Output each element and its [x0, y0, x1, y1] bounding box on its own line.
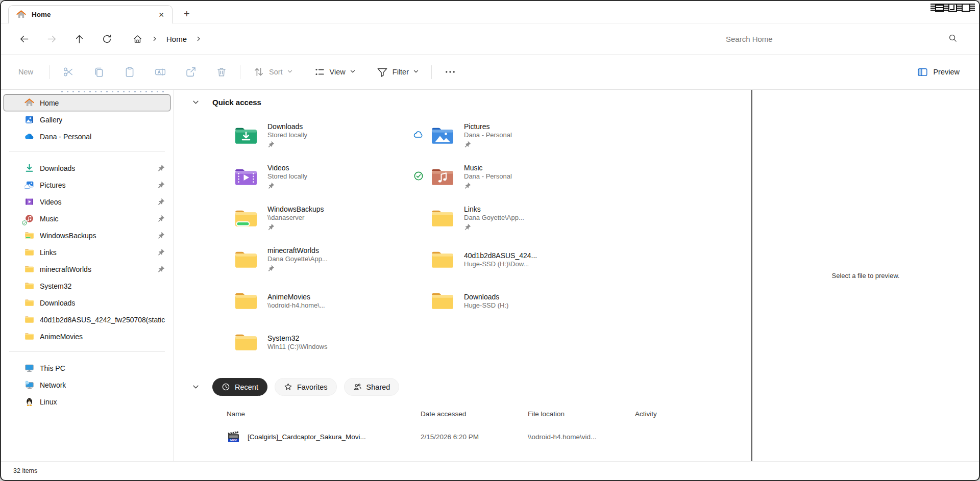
quick-access-item-videos[interactable]: VideosStored locally: [216, 164, 413, 190]
new-tab-button[interactable]: +: [184, 9, 190, 19]
refresh-button[interactable]: [101, 33, 112, 44]
breadcrumb-home-icon[interactable]: [132, 33, 143, 44]
sidebar-item-videos[interactable]: Videos: [4, 193, 170, 210]
delete-icon[interactable]: [215, 66, 228, 78]
column-header-activity[interactable]: Activity: [635, 410, 717, 418]
sidebar-item-minecraftworlds[interactable]: minecraftWorlds: [4, 261, 170, 277]
sidebar-item-gallery[interactable]: Gallery: [4, 111, 170, 128]
view-menu-button[interactable]: View: [313, 66, 356, 78]
close-button[interactable]: [957, 4, 975, 12]
forward-button[interactable]: [46, 33, 57, 44]
paste-icon[interactable]: [124, 66, 136, 78]
quick-access-item-animemovies[interactable]: AnimeMovies\\odroid-h4.home\...: [216, 290, 413, 312]
sidebar-item-downloads[interactable]: Downloads: [4, 294, 170, 311]
pin-icon: [267, 141, 307, 148]
filter-pill-shared[interactable]: Shared: [344, 378, 400, 396]
cut-icon[interactable]: [62, 66, 75, 78]
maximize-button[interactable]: [944, 4, 957, 12]
item-name: System32: [267, 334, 328, 342]
quick-access-item-windowsbackups[interactable]: WindowsBackups\\danaserver: [216, 205, 413, 231]
chevron-down-icon[interactable]: [192, 383, 200, 391]
menu-label: View: [330, 68, 346, 76]
sidebar-item-pictures[interactable]: Pictures: [4, 176, 170, 193]
filter-pill-favorites[interactable]: Favorites: [275, 378, 337, 396]
quick-access-item-music[interactable]: MusicDana - Personal: [413, 164, 617, 190]
sidebar-item-home[interactable]: Home: [4, 94, 170, 111]
recent-file-row[interactable]: MKV[Coalgirls]_Cardcaptor_Sakura_Movi...…: [227, 430, 751, 444]
tab-home[interactable]: Home ✕: [8, 5, 173, 23]
item-name: 40d1b2d8ASUS_424...: [464, 251, 537, 260]
menu-label: Sort: [269, 68, 283, 76]
share-icon[interactable]: [185, 66, 197, 78]
sidebar-item-windowsbackups[interactable]: WindowsBackups: [4, 227, 170, 244]
item-count: 32 items: [13, 467, 37, 474]
preview-toggle-button[interactable]: Preview: [917, 67, 966, 78]
sidebar-item-links[interactable]: Links: [4, 244, 170, 261]
rename-icon[interactable]: [154, 66, 166, 78]
sidebar-item-40d1b2d8asus-4242-fw250708-static[interactable]: 40d1b2d8ASUS_4242_fw250708(static: [4, 311, 170, 328]
pill-label: Recent: [235, 383, 258, 391]
chevron-right-icon: [195, 35, 202, 43]
column-header-file-location[interactable]: File location: [528, 410, 635, 418]
search-icon[interactable]: [948, 33, 958, 45]
sidebar-item-system32[interactable]: System32: [4, 277, 170, 294]
download-icon: [24, 163, 34, 173]
chevron-down-icon[interactable]: [192, 98, 200, 106]
quick-access-item-downloads[interactable]: DownloadsStored locally: [216, 122, 413, 148]
quick-access-item-downloads[interactable]: DownloadsHuge-SSD (H:): [413, 290, 617, 312]
quick-access-item-links[interactable]: LinksDana Goyette\App...: [413, 205, 617, 231]
item-location: Win11 (C:)\Windows: [267, 343, 328, 350]
chevron-down-icon: [287, 68, 293, 76]
see-more-icon[interactable]: [444, 66, 456, 78]
sidebar-item-linux[interactable]: Linux: [4, 393, 170, 410]
pin-icon: [464, 223, 524, 231]
menu-label: Filter: [393, 68, 409, 76]
sidebar-item-this-pc[interactable]: This PC: [4, 360, 170, 376]
window-body: HomeGalleryDana - PersonalDownloadsPictu…: [1, 90, 979, 461]
quick-access-item-minecraftworlds[interactable]: minecraftWorldsDana Goyette\App...: [216, 246, 413, 272]
sidebar-item-network[interactable]: Network: [4, 376, 170, 393]
sidebar-scrollbar[interactable]: [61, 91, 167, 92]
folder-icon: [24, 247, 34, 257]
sidebar-item-dana-personal[interactable]: Dana - Personal: [4, 128, 170, 145]
up-button[interactable]: [74, 33, 85, 44]
sidebar-item-music[interactable]: Music: [4, 210, 170, 227]
column-header-date-accessed[interactable]: Date accessed: [421, 410, 528, 418]
quick-access-item-40d1b2d8asus-424[interactable]: 40d1b2d8ASUS_424...Huge-SSD (H:)\Dow...: [413, 249, 617, 270]
item-name: minecraftWorlds: [267, 246, 328, 255]
quick-access-item-pictures[interactable]: PicturesDana - Personal: [413, 122, 617, 148]
people-icon: [353, 383, 362, 391]
breadcrumb-item[interactable]: Home: [166, 35, 187, 43]
filter-pill-recent[interactable]: Recent: [212, 378, 267, 396]
navigation-pane: HomeGalleryDana - PersonalDownloadsPictu…: [1, 90, 174, 461]
sidebar-item-label: minecraftWorlds: [40, 265, 91, 273]
filter-menu-button[interactable]: Filter: [376, 66, 419, 78]
sidebar-item-animemovies[interactable]: AnimeMovies: [4, 328, 170, 345]
sidebar-item-label: This PC: [40, 364, 65, 372]
sync-check-badge: [21, 219, 28, 225]
item-name: Downloads: [267, 122, 307, 131]
file-name: [Coalgirls]_Cardcaptor_Sakura_Movi...: [248, 433, 366, 441]
sidebar-item-label: Pictures: [40, 181, 66, 189]
toolbar-divider: [50, 65, 50, 79]
item-name: WindowsBackups: [267, 205, 324, 213]
folder-downloads-icon: [234, 125, 258, 146]
quick-access-item-system32[interactable]: System32Win11 (C:)\Windows: [216, 332, 413, 353]
item-name: Pictures: [464, 122, 512, 131]
pin-icon: [157, 248, 165, 256]
tab-close-button[interactable]: ✕: [155, 9, 168, 21]
sidebar-item-downloads[interactable]: Downloads: [4, 160, 170, 176]
tab-label: Home: [32, 11, 149, 18]
copy-icon[interactable]: [93, 66, 105, 78]
toolbar-divider: [240, 65, 240, 79]
sidebar-item-label: Links: [40, 248, 57, 257]
folder-backup-icon: [24, 231, 34, 240]
search-input[interactable]: [725, 34, 948, 44]
sort-menu-button[interactable]: Sort: [253, 66, 293, 78]
folder-plain-icon: [430, 249, 455, 270]
back-button[interactable]: [18, 33, 30, 44]
new-button[interactable]: New: [14, 68, 37, 76]
minimize-button[interactable]: [930, 4, 944, 12]
column-header-name[interactable]: Name: [227, 410, 421, 418]
sidebar-item-label: Home: [40, 99, 59, 107]
